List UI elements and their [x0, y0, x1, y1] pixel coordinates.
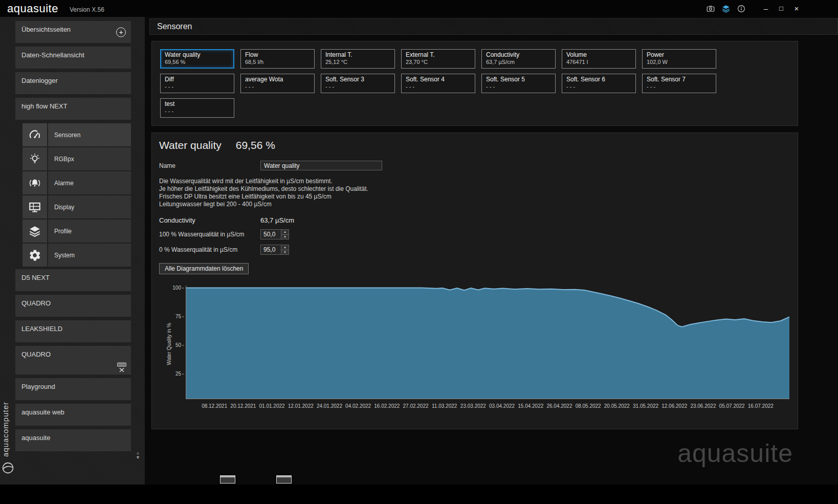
name-label: Name: [159, 162, 260, 169]
sidebar-subitem-system[interactable]: System: [23, 244, 131, 267]
sidebar-item-label: Playground: [21, 383, 55, 390]
sensor-tile-soft-sensor-5[interactable]: Soft. Sensor 5- - -: [481, 74, 556, 93]
screenshot-camera-icon[interactable]: [703, 0, 718, 17]
sidebar-item-label: LEAKSHIELD: [21, 325, 62, 333]
x-axis-labels: 08.12.202120.12.202101.01.202212.01.2022…: [186, 403, 789, 410]
profiles-layers-icon[interactable]: [718, 0, 734, 17]
sidebar-item-datenlogger[interactable]: Datenlogger: [15, 72, 131, 94]
scroll-down-icon[interactable]: ▼: [136, 455, 140, 460]
water-quality-chart: Water Quality in % 100755025 08.12.20212…: [159, 280, 790, 414]
x-tick-label: 16.07.2022: [748, 403, 774, 409]
sidebar-scroll-arrows[interactable]: ▲ ▼: [136, 451, 140, 460]
display-icon: [23, 195, 47, 218]
sensor-tile-test[interactable]: test- - -: [160, 98, 234, 118]
sidebar-item-label: high flow NEXT: [21, 102, 68, 110]
chart-plot-area: 100755025: [186, 286, 789, 399]
sidebar-item-high-flow-next[interactable]: high flow NEXT: [15, 98, 131, 120]
spinner-up-icon[interactable]: ▲: [281, 230, 289, 235]
peek-thumbnail-1[interactable]: [220, 475, 235, 484]
sidebar-item-playground[interactable]: Playground: [15, 378, 131, 400]
x-tick-label: 16.02.2022: [374, 403, 400, 409]
sidebar-item-label: Daten-Schnellansicht: [21, 51, 84, 59]
sidebar-subitem-label: Sensoren: [48, 123, 131, 146]
x-tick-label: 08.12.2021: [202, 403, 227, 409]
sidebar-subitem-label: Alarme: [48, 171, 131, 194]
sidebar-item-leakshield[interactable]: LEAKSHIELD: [15, 320, 131, 342]
tile-name: test: [165, 100, 230, 108]
minimize-button[interactable]: –: [758, 0, 774, 17]
conductivity-label: Conductivity: [159, 216, 260, 224]
sidebar-item-d5-next[interactable]: D5 NEXT: [15, 269, 131, 291]
area-series: [186, 288, 789, 399]
sensor-tile-internal-t[interactable]: Internal T.25,12 °C: [321, 49, 395, 69]
sensor-tile-soft-sensor-4[interactable]: Soft. Sensor 4- - -: [401, 74, 475, 93]
clear-diagram-data-button[interactable]: Alle Diagrammdaten löschen: [159, 263, 249, 274]
aquasuite-watermark: aquasuite: [677, 439, 793, 468]
add-overview-page-button[interactable]: +: [116, 27, 126, 37]
tile-value: - - -: [165, 108, 230, 115]
sensor-tile-flow[interactable]: Flow68,5 l/h: [240, 49, 315, 69]
tile-value: 63,7 µS/cm: [486, 59, 551, 65]
tile-value: 69,56 %: [165, 59, 230, 65]
tile-name: Volume: [566, 51, 631, 59]
tile-name: Water quality: [165, 51, 230, 59]
sensor-tile-volume[interactable]: Volume476471 l: [562, 49, 636, 69]
sidebar-subitem-alarme[interactable]: Alarme: [23, 171, 131, 194]
sidebar-subitem-rgbpx[interactable]: RGBpx: [23, 147, 131, 170]
sidebar-item-quadro-2[interactable]: QUADRO: [15, 346, 131, 375]
x-tick-label: 05.07.2022: [719, 403, 745, 409]
y-tick-label: 50: [175, 342, 184, 348]
x-tick-label: 08.05.2022: [576, 403, 601, 409]
sensor-tile-water-quality[interactable]: Water quality69,56 %: [160, 49, 234, 69]
sensor-tile-diff[interactable]: Diff- - -: [160, 74, 234, 93]
peek-thumbnail-2[interactable]: [276, 475, 292, 484]
tile-value: - - -: [406, 83, 471, 90]
sidebar-item-aquasuite[interactable]: aquasuite: [15, 429, 131, 451]
tile-value: - - -: [245, 83, 310, 90]
info-icon[interactable]: [734, 0, 749, 17]
sensor-detail-panel: Water quality 69,56 % Name Die Wasserqua…: [151, 133, 798, 429]
sensor-tile-power[interactable]: Power102,0 W: [642, 49, 716, 69]
close-button[interactable]: ×: [789, 0, 804, 17]
sidebar-subitem-sensoren[interactable]: Sensoren: [23, 123, 131, 146]
spinner-down-icon[interactable]: ▼: [281, 250, 289, 255]
x-tick-label: 04.02.2022: [345, 403, 371, 409]
tile-name: Soft. Sensor 6: [566, 76, 631, 83]
sidebar-subitem-profile[interactable]: Profile: [23, 220, 131, 243]
sensor-name-input[interactable]: [260, 161, 382, 170]
spinner-down-icon[interactable]: ▼: [281, 235, 289, 239]
main-content: Sensoren Water quality69,56 %Flow68,5 l/…: [149, 18, 838, 504]
sidebar-item-quadro[interactable]: QUADRO: [15, 295, 131, 317]
area-chart-svg: [186, 286, 789, 399]
x-tick-label: 20.12.2021: [230, 403, 256, 409]
aquacomputer-logo-icon: [2, 462, 14, 474]
sensor-tile-soft-sensor-6[interactable]: Soft. Sensor 6- - -: [562, 74, 636, 93]
sidebar-subitem-label: Display: [48, 195, 131, 218]
maximize-button[interactable]: □: [774, 0, 789, 17]
wq100-spinner[interactable]: 50,0 ▲ ▼: [260, 229, 289, 239]
sidebar-item-label: D5 NEXT: [21, 274, 50, 281]
sidebar-item-daten-schnellansicht[interactable]: Daten-Schnellansicht: [15, 47, 131, 69]
gauge-icon: [23, 123, 47, 146]
wq0-spinner[interactable]: 95,0 ▲ ▼: [260, 245, 289, 255]
tile-value: 102,0 W: [647, 59, 712, 65]
spinner-up-icon[interactable]: ▲: [281, 245, 289, 250]
quadro-device-icon: [116, 362, 127, 373]
sensor-tile-soft-sensor-3[interactable]: Soft. Sensor 3- - -: [321, 74, 395, 93]
y-tick-label: 100: [172, 285, 184, 291]
tile-name: Soft. Sensor 3: [325, 76, 390, 83]
sidebar-item-uebersichtsseiten[interactable]: Übersichtsseiten +: [15, 21, 131, 43]
wq0-label: 0 % Wasserqualität in µS/cm: [159, 246, 260, 253]
tile-value: - - -: [566, 83, 631, 90]
spinner-value: 95,0: [261, 245, 281, 254]
x-tick-label: 01.01.2022: [259, 403, 285, 409]
sensor-tile-external-t[interactable]: External T.23,70 °C: [401, 49, 475, 69]
sensor-tile-soft-sensor-7[interactable]: Soft. Sensor 7- - -: [642, 74, 716, 93]
x-tick-label: 26.04.2022: [546, 403, 572, 409]
tile-name: Power: [647, 51, 712, 59]
x-tick-label: 11.03.2022: [432, 403, 457, 409]
sidebar-subitem-display[interactable]: Display: [23, 195, 131, 218]
sidebar-item-aquasuite-web[interactable]: aquasuite web: [15, 404, 131, 426]
sensor-tile-average-wota[interactable]: average Wota- - -: [240, 74, 315, 93]
sensor-tile-conductivity[interactable]: Conductivity63,7 µS/cm: [481, 49, 556, 69]
